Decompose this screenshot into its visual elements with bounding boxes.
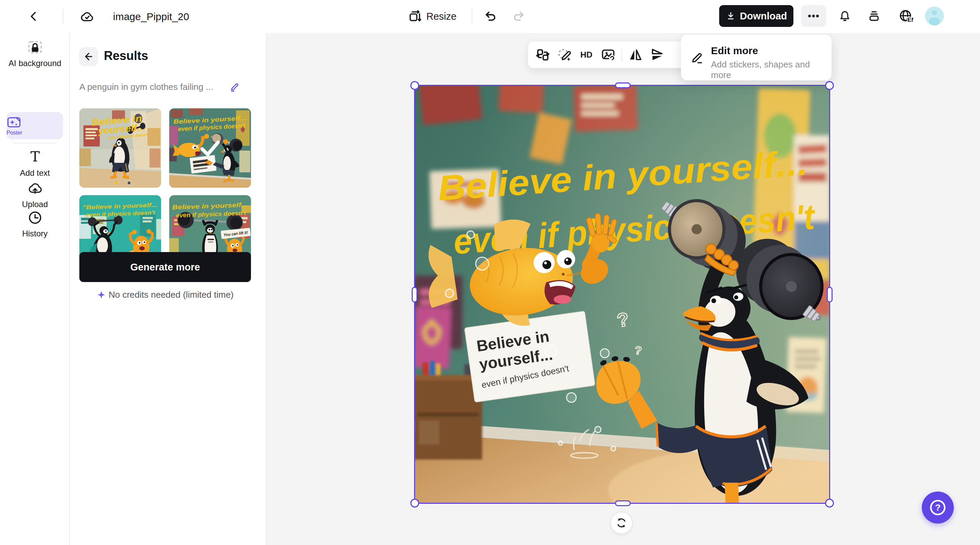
ai-edit-button[interactable]: [555, 45, 574, 65]
thumbnail-art: Believe in yourself... even if physics d…: [80, 108, 161, 188]
ai-background-lock-icon: [0, 39, 70, 56]
ellipsis-icon: [807, 9, 820, 23]
results-back-button[interactable]: [79, 47, 98, 66]
sidebar-item-history[interactable]: History: [0, 209, 70, 239]
results-title: Results: [104, 49, 148, 63]
redo-button[interactable]: [511, 8, 527, 24]
sidebar-item-add-text[interactable]: T Add text: [0, 149, 70, 178]
sidebar-item-ai-background[interactable]: AI background: [0, 39, 70, 69]
language-code: EN: [907, 16, 913, 23]
upload-cloud-icon: [0, 180, 70, 196]
result-thumbnail-1[interactable]: Believe in yourself... even if physics d…: [80, 108, 161, 188]
arrow-left-icon: [83, 51, 94, 62]
sidebar-item-label: AI background: [0, 58, 70, 69]
poster-icon: [6, 115, 63, 130]
handle-bottom-center[interactable]: [615, 500, 631, 506]
selected-check-overlay: [169, 108, 251, 188]
flip-horizontal-icon: [628, 47, 643, 62]
resize-label: Resize: [426, 11, 457, 22]
edit-more-menu-item[interactable]: Edit more Add stickers, shapes and more: [681, 35, 832, 80]
prompt-text: A penguin in gym clothes failing ...: [80, 82, 225, 92]
history-clock-icon: [0, 209, 70, 226]
handle-bottom-right[interactable]: [825, 499, 834, 508]
cloud-sync-button[interactable]: [79, 8, 95, 25]
prompt-row: A penguin in gym clothes failing ...: [80, 81, 257, 92]
notifications-button[interactable]: [835, 6, 854, 25]
canvas-area: Believe in yourself... even if physics d…: [267, 33, 980, 545]
download-icon: [725, 11, 736, 21]
result-thumbnail-2-selected[interactable]: Believe in yourself... even if physics d…: [169, 108, 251, 188]
edit-prompt-button[interactable]: [229, 81, 240, 92]
sidebar-item-label: Add text: [0, 168, 70, 178]
magic-pen-icon: [557, 47, 572, 62]
hd-icon: HD: [579, 47, 594, 62]
resize-button[interactable]: Resize: [408, 0, 457, 33]
cloud-check-icon: [80, 10, 94, 24]
sidebar-rail: AI background Poster T Add text Upload: [0, 33, 70, 545]
avatar-image: [925, 6, 944, 25]
topbar-divider2: [472, 9, 472, 24]
globe-icon: EN: [898, 8, 913, 24]
sidebar-item-upload[interactable]: Upload: [0, 180, 70, 209]
back-icon: [28, 11, 40, 22]
question-mark-icon: ?: [928, 498, 948, 518]
replace-icon: [535, 47, 550, 62]
user-avatar[interactable]: [925, 6, 944, 25]
generate-more-button[interactable]: Generate more: [80, 252, 251, 282]
more-options-button[interactable]: [801, 5, 826, 27]
handle-bottom-left[interactable]: [410, 499, 419, 508]
image-refresh-icon: [601, 47, 616, 62]
download-button[interactable]: Download: [719, 5, 794, 27]
sidebar-item-poster[interactable]: Poster: [6, 112, 63, 139]
flip-horizontal-button[interactable]: [625, 45, 645, 65]
workspace-drawer-button[interactable]: [865, 6, 884, 25]
resize-icon: [408, 10, 422, 24]
handle-top-center[interactable]: [615, 83, 631, 88]
sidebar-item-label: Upload: [0, 199, 70, 209]
svg-text:T: T: [30, 149, 40, 165]
download-label: Download: [740, 11, 787, 22]
handle-top-left[interactable]: [410, 81, 419, 90]
text-tool-icon: T: [0, 149, 70, 165]
undo-button[interactable]: [482, 8, 499, 24]
generate-more-label: Generate more: [130, 261, 200, 273]
edit-more-title: Edit more: [711, 45, 758, 57]
svg-text:HD: HD: [580, 50, 592, 59]
svg-text:?: ?: [935, 502, 940, 513]
bell-icon: [838, 9, 852, 23]
sparkle-icon: [97, 290, 106, 300]
flip-vertical-button[interactable]: [648, 45, 667, 65]
selected-canvas-image[interactable]: Believe in yourself... even if physics d…: [414, 85, 830, 504]
edit-more-subtitle: Add stickers, shapes and more: [711, 59, 832, 80]
topbar: image_Pippit_20 Resize Download: [0, 0, 980, 33]
document-title[interactable]: image_Pippit_20: [113, 0, 189, 33]
pencil-icon: [229, 81, 240, 92]
replace-image-button[interactable]: [533, 45, 553, 65]
rail-divider: [13, 143, 57, 143]
regenerate-button[interactable]: [610, 512, 633, 534]
credits-note: No credits needed (limited time): [70, 290, 261, 300]
back-button[interactable]: [25, 8, 42, 24]
hd-enhance-button[interactable]: HD: [576, 45, 596, 65]
credits-text: No credits needed (limited time): [109, 290, 234, 300]
sidebar-item-label: Poster: [6, 130, 63, 136]
undo-icon: [484, 10, 497, 23]
flip-vertical-icon: [650, 47, 665, 62]
results-panel: Results A penguin in gym clothes failing…: [70, 33, 267, 545]
sidebar-item-label: History: [0, 229, 70, 239]
edit-pencil-icon: [690, 50, 704, 65]
refresh-icon: [615, 517, 628, 529]
image-toolbar: HD: [528, 41, 688, 68]
poster-artwork: Believe in yourself... even if physics d…: [414, 85, 830, 504]
topbar-divider: [63, 9, 63, 24]
regenerate-image-button[interactable]: [598, 45, 618, 65]
help-button[interactable]: ?: [922, 491, 954, 524]
redo-icon: [512, 10, 525, 23]
handle-top-right[interactable]: [825, 81, 834, 90]
handle-left-center[interactable]: [412, 287, 417, 303]
language-button[interactable]: EN: [896, 6, 915, 25]
drawer-icon: [867, 9, 881, 23]
handle-right-center[interactable]: [827, 287, 832, 303]
toolbar-divider: [621, 48, 622, 62]
